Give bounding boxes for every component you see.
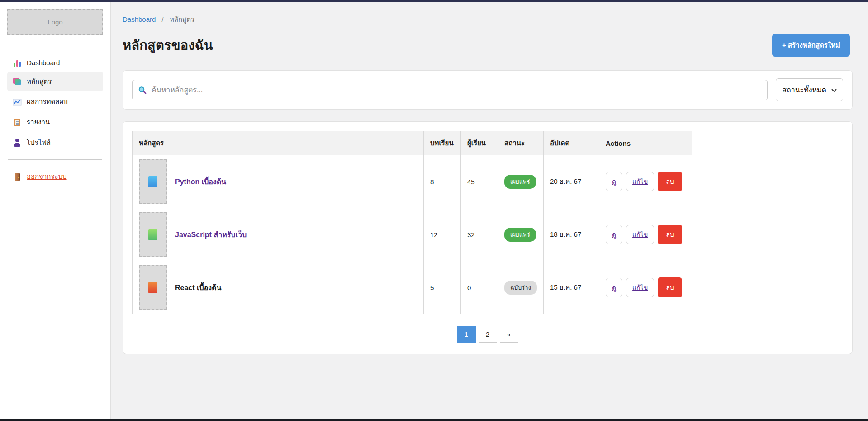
sidebar-item-test-results[interactable]: ผลการทดสอบ bbox=[7, 92, 103, 112]
lessons-count: 5 bbox=[424, 261, 461, 314]
page-header: หลักสูตรของฉัน + สร้างหลักสูตรใหม่ bbox=[123, 34, 853, 57]
delete-button[interactable]: ลบ bbox=[658, 172, 682, 191]
chevron-down-icon bbox=[831, 86, 837, 94]
breadcrumb-current: หลักสูตร bbox=[170, 15, 194, 23]
lessons-count: 12 bbox=[424, 208, 461, 261]
breadcrumb-separator: / bbox=[162, 15, 164, 23]
bottom-accent-bar bbox=[0, 419, 868, 421]
page-title: หลักสูตรของฉัน bbox=[123, 35, 213, 56]
create-course-button[interactable]: + สร้างหลักสูตรใหม่ bbox=[772, 34, 850, 57]
books-icon bbox=[13, 77, 22, 86]
status-badge: เผยแพร่ bbox=[504, 228, 536, 242]
delete-button[interactable]: ลบ bbox=[658, 225, 682, 244]
table-header-row: หลักสูตร บทเรียน ผู้เรียน สถานะ อัปเดต A… bbox=[133, 131, 692, 155]
book-icon bbox=[148, 229, 157, 240]
logout-link[interactable]: ออกจากระบบ bbox=[7, 167, 103, 187]
course-title-link[interactable]: Python เบื้องต้น bbox=[175, 176, 226, 187]
line-chart-icon bbox=[13, 98, 22, 106]
search-icon bbox=[138, 86, 147, 94]
edit-button[interactable]: แก้ไข bbox=[626, 278, 654, 297]
book-icon bbox=[148, 282, 157, 293]
page-button-1[interactable]: 1 bbox=[457, 326, 476, 343]
bar-chart-icon bbox=[13, 58, 22, 67]
clipboard-icon bbox=[13, 118, 22, 126]
course-thumbnail bbox=[139, 212, 167, 257]
page-button-2[interactable]: 2 bbox=[479, 326, 497, 343]
course-row: JavaScript สำหรับเว็บ 12 32 เผยแพร่ 18 ธ… bbox=[133, 208, 692, 261]
courses-table-card: หลักสูตร บทเรียน ผู้เรียน สถานะ อัปเดต A… bbox=[123, 121, 853, 354]
course-thumbnail bbox=[139, 265, 167, 310]
col-header-lessons: บทเรียน bbox=[424, 131, 461, 155]
updated-date: 15 ธ.ค. 67 bbox=[544, 261, 599, 314]
course-row: React เบื้องต้น 5 0 ฉบับร่าง 15 ธ.ค. 67 … bbox=[133, 261, 692, 314]
view-button[interactable]: ดู bbox=[606, 225, 622, 244]
sidebar-item-label: หลักสูตร bbox=[27, 76, 52, 87]
sidebar: Logo Dashboard หลักสูตร ผลการทดสอบ bbox=[0, 2, 111, 419]
edit-button[interactable]: แก้ไข bbox=[626, 172, 654, 191]
sidebar-item-label: ผลการทดสอบ bbox=[27, 96, 68, 107]
pagination: 1 2 » bbox=[132, 326, 843, 343]
view-button[interactable]: ดู bbox=[606, 172, 622, 191]
door-icon bbox=[13, 172, 22, 181]
sidebar-item-profile[interactable]: โปรไฟล์ bbox=[7, 133, 103, 153]
logout-label: ออกจากระบบ bbox=[27, 171, 67, 182]
course-row: Python เบื้องต้น 8 45 เผยแพร่ 20 ธ.ค. 67… bbox=[133, 155, 692, 208]
book-icon bbox=[148, 176, 157, 187]
col-header-status: สถานะ bbox=[498, 131, 544, 155]
col-header-students: ผู้เรียน bbox=[461, 131, 498, 155]
course-title-link[interactable]: JavaScript สำหรับเว็บ bbox=[175, 229, 247, 240]
view-button[interactable]: ดู bbox=[606, 278, 622, 297]
course-title-text: React เบื้องต้น bbox=[175, 282, 221, 293]
students-count: 32 bbox=[461, 208, 498, 261]
status-badge: ฉบับร่าง bbox=[504, 281, 537, 295]
next-page-button[interactable]: » bbox=[500, 326, 518, 343]
search-field-wrap bbox=[132, 80, 768, 100]
filter-card: สถานะทั้งหมด bbox=[123, 70, 853, 110]
sidebar-nav: Dashboard หลักสูตร ผลการทดสอบ รายงาน bbox=[7, 54, 103, 153]
sidebar-item-label: โปรไฟล์ bbox=[27, 137, 51, 148]
sidebar-item-dashboard[interactable]: Dashboard bbox=[7, 54, 103, 71]
edit-button[interactable]: แก้ไข bbox=[626, 225, 654, 244]
sidebar-item-label: รายงาน bbox=[27, 117, 50, 128]
status-filter-select[interactable]: สถานะทั้งหมด bbox=[776, 78, 843, 101]
delete-button[interactable]: ลบ bbox=[658, 277, 682, 297]
person-icon bbox=[13, 139, 22, 147]
breadcrumb-dashboard-link[interactable]: Dashboard bbox=[123, 15, 156, 23]
col-header-course: หลักสูตร bbox=[133, 131, 424, 155]
sidebar-item-reports[interactable]: รายงาน bbox=[7, 112, 103, 132]
lessons-count: 8 bbox=[424, 155, 461, 208]
logo-placeholder: Logo bbox=[7, 9, 103, 35]
students-count: 45 bbox=[461, 155, 498, 208]
sidebar-divider bbox=[8, 159, 102, 160]
updated-date: 20 ธ.ค. 67 bbox=[544, 155, 599, 208]
breadcrumb: Dashboard / หลักสูตร bbox=[123, 14, 853, 25]
sidebar-item-courses[interactable]: หลักสูตร bbox=[7, 72, 103, 91]
main-content: Dashboard / หลักสูตร หลักสูตรของฉัน + สร… bbox=[111, 2, 868, 419]
status-filter-value: สถานะทั้งหมด bbox=[782, 84, 826, 96]
status-badge: เผยแพร่ bbox=[504, 175, 536, 189]
course-thumbnail bbox=[139, 159, 167, 204]
col-header-actions: Actions bbox=[599, 131, 692, 155]
courses-table: หลักสูตร บทเรียน ผู้เรียน สถานะ อัปเดต A… bbox=[132, 131, 692, 314]
sidebar-item-label: Dashboard bbox=[27, 59, 60, 67]
updated-date: 18 ธ.ค. 67 bbox=[544, 208, 599, 261]
search-input[interactable] bbox=[132, 80, 768, 100]
col-header-updated: อัปเดต bbox=[544, 131, 599, 155]
students-count: 0 bbox=[461, 261, 498, 314]
